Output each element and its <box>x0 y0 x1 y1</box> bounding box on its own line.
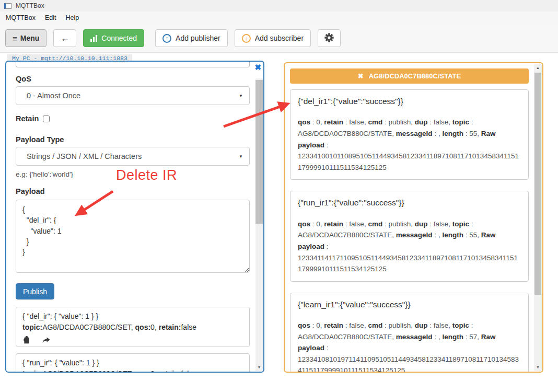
subscribed-topic-header[interactable]: ✖ AG8/DCDA0C7B880C/STATE <box>290 68 529 84</box>
received-payload: {"run_ir1":{"value":"success"}} <box>298 198 521 207</box>
publisher-scrollbar[interactable]: ▼ <box>255 78 263 371</box>
payload-type-label: Payload Type <box>16 135 250 144</box>
publisher-panel: ✖ ▼ QoS 0 - Almost Once ▼ Retain Payload… <box>5 61 264 373</box>
received-meta: qos0retainfalsecmdpublishdupfalsetopicAG… <box>298 117 521 173</box>
payload-label: Payload <box>16 187 250 195</box>
subscriber-circle-down-icon: ↓ <box>242 34 251 43</box>
published-history-list: { "del_ir": { "value": 1 } } topicAG8/DC… <box>16 307 250 373</box>
payload-hint: e.g: {'hello':'world'} <box>16 170 250 178</box>
scroll-down-icon[interactable]: ▼ <box>255 363 263 371</box>
back-arrow-icon: ← <box>60 33 69 44</box>
received-meta: qos0retainfalsecmdpublishdupfalsetopicAG… <box>298 320 521 373</box>
subscriber-scrollbar-thumb[interactable] <box>534 73 541 295</box>
published-meta: topicAG8/DCDA0C7B880C/SETqos0retainfalse <box>22 322 243 333</box>
connected-label: Connected <box>101 34 137 42</box>
connected-button[interactable]: Connected <box>83 29 144 47</box>
window-titlebar: MQTTBox <box>0 0 558 11</box>
payload-type-select[interactable]: Strings / JSON / XML / Characters ▼ <box>16 147 250 166</box>
topic-to-publish-input-clipped[interactable] <box>16 62 250 67</box>
publish-button[interactable]: Publish <box>16 283 54 299</box>
published-message-card: { "del_ir": { "value": 1 } } topicAG8/DC… <box>16 307 250 347</box>
main-content: ✖ ▼ QoS 0 - Almost Once ▼ Retain Payload… <box>0 61 558 392</box>
tab-strip: My PC - mqtt://10.10.10.111:1883 <box>0 53 558 61</box>
retain-checkbox[interactable] <box>43 116 50 122</box>
close-publisher-icon[interactable]: ✖ <box>254 63 261 71</box>
payload-textarea[interactable]: { "del_ir": { "value": 1 } } <box>16 200 250 273</box>
scroll-up-icon[interactable]: ▲ <box>534 64 542 72</box>
republish-icon[interactable] <box>42 336 51 344</box>
menu-button[interactable]: ≡ Menu <box>5 29 47 47</box>
settings-button[interactable] <box>318 29 341 47</box>
subscribed-topic-label: AG8/DCDA0C7B880C/STATE <box>369 72 461 80</box>
app-icon <box>4 3 11 9</box>
payload-type-selected-value: Strings / JSON / XML / Characters <box>27 152 142 160</box>
menubar-item[interactable]: Help <box>61 13 84 23</box>
toolbar: ≡ Menu ← Connected ↑ Add publisher ↓ Add… <box>0 24 558 53</box>
back-button[interactable]: ← <box>53 29 76 47</box>
signal-bars-icon <box>90 35 97 42</box>
received-payload: {"del_ir1":{"value":"success"}} <box>298 96 521 106</box>
menu-bar: MQTTBox Edit Help <box>0 11 558 24</box>
received-meta: qos0retainfalsecmdpublishdupfalsetopicAG… <box>298 218 521 275</box>
menubar-item[interactable]: Edit <box>40 13 61 23</box>
published-message-card: { "run_ir": { "value": 1 } } topicAG8/DC… <box>16 353 250 373</box>
window-title: MQTTBox <box>16 2 44 9</box>
published-payload: { "del_ir": { "value": 1 } } <box>22 311 243 322</box>
menubar-item[interactable]: MQTTBox <box>1 13 40 23</box>
published-meta: topicAG8/DCDA0C7B880C/SETqos0retainfalse <box>22 368 243 373</box>
subscriber-panel: ▲ ▼ ✖ AG8/DCDA0C7B880C/STATE {"del_ir1":… <box>284 62 543 373</box>
unsubscribe-icon[interactable]: ✖ <box>358 72 364 80</box>
received-message-card: {"del_ir1":{"value":"success"}} qos0reta… <box>290 89 529 180</box>
retain-label: Retain <box>16 114 39 123</box>
received-messages-list: {"del_ir1":{"value":"success"}} qos0reta… <box>285 89 542 373</box>
add-publisher-button[interactable]: ↑ Add publisher <box>155 29 228 47</box>
add-publisher-label: Add publisher <box>176 34 220 42</box>
subscriber-scrollbar[interactable]: ▲ ▼ <box>534 64 542 371</box>
copy-to-payload-icon[interactable] <box>22 336 31 344</box>
publisher-scrollbar-thumb[interactable] <box>255 80 263 224</box>
hamburger-icon: ≡ <box>13 34 17 43</box>
received-payload: {"learn_ir1":{"value":"success"}} <box>298 299 521 309</box>
qos-select[interactable]: 0 - Almost Once ▼ <box>16 86 250 105</box>
gear-icon <box>324 33 334 44</box>
menu-button-label: Menu <box>20 34 40 42</box>
qos-label: QoS <box>16 75 250 83</box>
published-payload: { "run_ir": { "value": 1 } } <box>22 358 243 368</box>
chevron-down-icon: ▼ <box>239 154 243 159</box>
add-subscriber-button[interactable]: ↓ Add subscriber <box>235 29 311 47</box>
chevron-down-icon: ▼ <box>239 94 243 98</box>
received-message-card: {"run_ir1":{"value":"success"}} qos0reta… <box>290 191 529 281</box>
add-subscriber-label: Add subscriber <box>255 34 304 42</box>
scroll-down-icon[interactable]: ▼ <box>534 363 542 371</box>
qos-selected-value: 0 - Almost Once <box>27 91 80 100</box>
received-message-card: {"learn_ir1":{"value":"success"}} qos0re… <box>290 293 529 373</box>
publisher-circle-up-icon: ↑ <box>162 34 171 43</box>
